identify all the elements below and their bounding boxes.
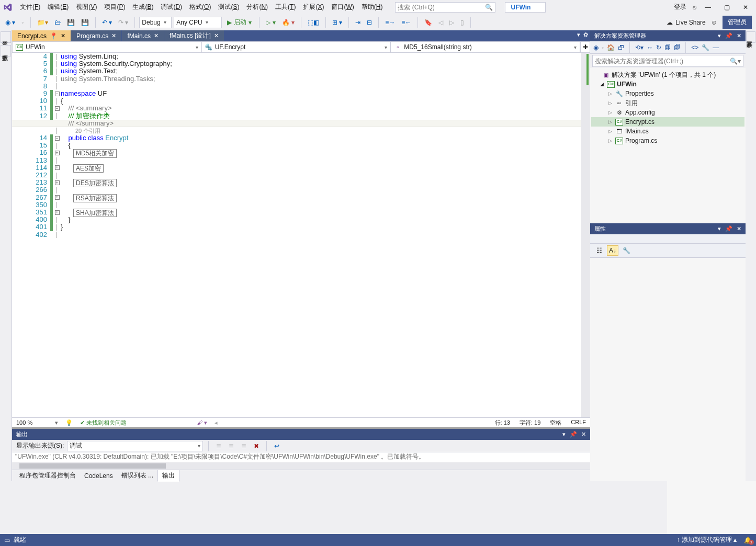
tree-project[interactable]: ◢C#UFWin xyxy=(591,79,744,89)
sln-sync-icon[interactable]: 🗗 xyxy=(618,44,624,51)
nav-split-button[interactable]: ✚ xyxy=(580,42,590,52)
output-source-selector[interactable]: 调试▾ xyxy=(67,441,203,451)
sln-showall-icon[interactable]: 🗐 xyxy=(664,44,671,51)
nav-scope-selector[interactable]: C#UFWin▾ xyxy=(13,42,202,52)
layout-button[interactable]: ⊞ ▾ xyxy=(330,18,344,27)
tab-settings-button[interactable]: ✿ xyxy=(583,31,588,38)
fold-toggle[interactable]: − xyxy=(55,136,60,141)
issues-indicator[interactable]: ✔ 未找到相关问题 xyxy=(80,419,127,427)
nav-type-selector[interactable]: 🔩UF.Encrypt▾ xyxy=(202,42,391,52)
lightbulb-icon[interactable]: 💡 xyxy=(65,419,73,426)
props-pages-button[interactable]: 🔧 xyxy=(620,245,632,256)
diagnostics-tab[interactable]: 诊断工具 xyxy=(746,31,755,43)
panel-menu-icon[interactable]: ▾ xyxy=(718,225,721,232)
sign-in-link[interactable]: 登录 xyxy=(672,3,689,12)
document-tab[interactable]: Program.cs ✕ xyxy=(71,30,121,41)
fold-toggle[interactable]: − xyxy=(55,106,60,111)
align-button-1[interactable]: ⇥ xyxy=(353,18,363,27)
output-clear-button[interactable]: ✖ xyxy=(252,441,261,451)
panel-close-icon[interactable]: ✕ xyxy=(737,225,741,232)
panel-pin-icon[interactable]: 📌 xyxy=(570,431,577,438)
tool-tab[interactable]: 程序包管理器控制台 xyxy=(15,470,80,481)
menu-item[interactable]: 文件(F) xyxy=(17,2,43,13)
close-button[interactable]: ✕ xyxy=(738,2,753,13)
menu-item[interactable]: 调试(D) xyxy=(157,2,185,13)
platform-selector[interactable]: Any CPU▾ xyxy=(174,17,222,28)
maximize-button[interactable]: ▢ xyxy=(719,2,734,13)
datasources-tab[interactable]: 数据源 xyxy=(1,45,11,56)
props-alpha-button[interactable]: A↓ xyxy=(607,245,618,256)
start-without-debug-button[interactable]: ▷ ▾ xyxy=(264,18,277,27)
tree-node[interactable]: ▷🔧Properties xyxy=(591,89,744,98)
start-debug-button[interactable]: ▶ 启动 ▾ xyxy=(224,18,255,27)
align-button-2[interactable]: ⊟ xyxy=(365,18,374,27)
props-categorized-button[interactable]: ☷ xyxy=(593,245,605,256)
new-project-button[interactable]: 📁▾ xyxy=(35,18,50,27)
menu-item[interactable]: 扩展(X) xyxy=(300,2,327,13)
sln-wrench-icon[interactable]: 🔧 xyxy=(702,44,709,51)
user-icon[interactable]: ⎋ xyxy=(693,4,696,11)
tree-node[interactable]: ▷⚙App.config xyxy=(591,108,744,117)
configuration-selector[interactable]: Debug▾ xyxy=(139,17,172,28)
search-field[interactable] xyxy=(398,4,485,11)
code-editor[interactable]: 4567891011121314151611311421221326626735… xyxy=(12,53,590,417)
fold-toggle[interactable]: + xyxy=(55,210,60,215)
solution-search[interactable]: 🔍▾ xyxy=(592,55,743,67)
notifications-button[interactable]: 🔔1 xyxy=(744,537,752,544)
nav-member-selector[interactable]: ▫MD5_16Small(string str)▾ xyxy=(391,42,580,52)
save-button[interactable]: 💾 xyxy=(65,18,77,27)
panel-pin-icon[interactable]: 📌 xyxy=(725,32,732,39)
output-toggle-icon[interactable]: ▭ xyxy=(4,537,10,544)
close-tab-icon[interactable]: ✕ xyxy=(111,32,116,39)
menu-item[interactable]: 项目(P) xyxy=(101,2,128,13)
project-selector[interactable]: UFWin xyxy=(505,2,546,13)
tab-overflow-button[interactable]: ▾ xyxy=(577,31,580,38)
panel-close-icon[interactable]: ✕ xyxy=(581,431,586,438)
panel-close-icon[interactable]: ✕ xyxy=(737,32,741,39)
quick-search-input[interactable]: 🔍 xyxy=(395,2,495,13)
menu-item[interactable]: 格式(O) xyxy=(186,2,214,13)
fold-toggle[interactable]: + xyxy=(55,165,60,170)
tool-tab[interactable]: CodeLens xyxy=(80,471,117,481)
menu-item[interactable]: 生成(B) xyxy=(129,2,156,13)
output-text[interactable]: "UFWin.exe" (CLR v4.0.30319: DefaultDoma… xyxy=(12,452,590,470)
document-tab[interactable]: Encrypt.cs 📍 ✕ xyxy=(12,30,71,41)
output-hscrollbar[interactable] xyxy=(12,462,590,470)
nav-backward-button[interactable]: ◉ ▾ xyxy=(3,18,17,27)
toolbox-tab[interactable]: 工具箱 xyxy=(1,31,11,43)
menu-item[interactable]: 帮助(H) xyxy=(358,2,386,13)
minimize-button[interactable]: ― xyxy=(701,2,715,13)
document-tab[interactable]: fMain.cs ✕ xyxy=(122,30,164,41)
panel-menu-icon[interactable]: ▾ xyxy=(718,32,721,39)
output-wrap-button[interactable]: ↩ xyxy=(272,441,281,451)
menu-item[interactable]: 编辑(E) xyxy=(44,2,72,13)
tree-node[interactable]: ▷C#Program.cs xyxy=(591,136,744,145)
properties-title[interactable]: 属性 ▾📌✕ xyxy=(590,223,746,234)
menu-item[interactable]: 工具(T) xyxy=(272,2,299,13)
sln-refresh-icon[interactable]: ⟲▾ xyxy=(635,44,644,51)
solution-tree[interactable]: ▣解决方案 'UFWin' (1 个项目，共 1 个) ◢C#UFWin ▷🔧P… xyxy=(590,68,746,223)
sln-home-icon[interactable]: 🏠 xyxy=(607,44,615,51)
panel-pin-icon[interactable]: 📌 xyxy=(725,225,732,232)
sln-copy-icon[interactable]: 🗐 xyxy=(674,44,680,51)
solution-explorer-title[interactable]: 解决方案资源管理器 ▾📌✕ xyxy=(590,30,746,41)
tree-solution-root[interactable]: ▣解决方案 'UFWin' (1 个项目，共 1 个) xyxy=(591,70,744,79)
step-button-1[interactable]: ⬚◧ xyxy=(306,18,321,27)
sln-collapse-icon[interactable]: ↔ xyxy=(647,44,653,51)
feedback-icon[interactable]: ☺ xyxy=(711,19,717,26)
scm-button[interactable]: ↑ 添加到源代码管理 ▴ xyxy=(676,536,737,544)
sln-code-icon[interactable]: <> xyxy=(691,44,698,51)
brush-icon[interactable]: 🖌 ▾ xyxy=(197,419,207,426)
menu-item[interactable]: 分析(N) xyxy=(243,2,271,13)
close-tab-icon[interactable]: ✕ xyxy=(214,32,219,39)
undo-button[interactable]: ↶ ▾ xyxy=(100,18,114,27)
sln-reload-icon[interactable]: ↻ xyxy=(656,44,661,51)
indent-button-2[interactable]: ≡← xyxy=(399,18,413,27)
fold-toggle[interactable]: + xyxy=(55,151,60,155)
close-tab-icon[interactable]: ✕ xyxy=(154,32,159,39)
sln-back-icon[interactable]: ◉ xyxy=(593,44,599,51)
menu-item[interactable]: 窗口(W) xyxy=(328,2,357,13)
tree-node[interactable]: ▷C#Encrypt.cs xyxy=(591,117,744,127)
pin-icon[interactable]: 📍 xyxy=(50,32,58,40)
indent-button-1[interactable]: ≡→ xyxy=(383,18,397,27)
